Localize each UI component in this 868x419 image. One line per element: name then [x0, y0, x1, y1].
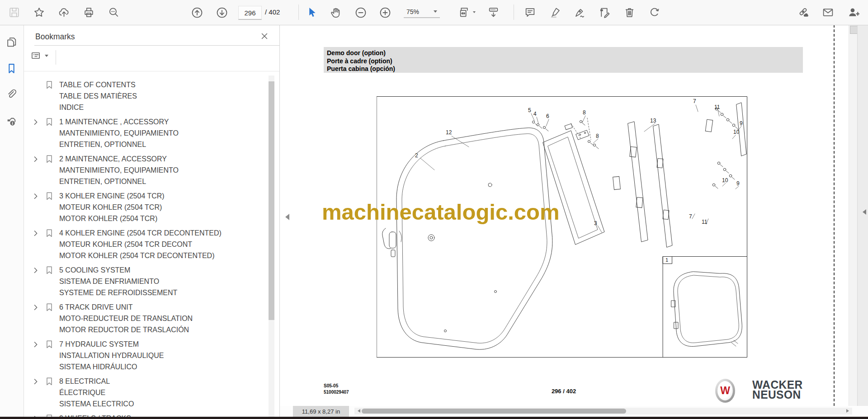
link-share-button[interactable]: [795, 4, 811, 21]
fit-width-button[interactable]: [456, 4, 472, 21]
comment-button[interactable]: [522, 4, 538, 21]
bookmark-line[interactable]: INSTALLATION HYDRAULIQUE: [59, 350, 164, 361]
chevron-right-icon[interactable]: [31, 303, 41, 314]
callout-number: 9: [740, 120, 743, 127]
bookmark-line[interactable]: MOTOR KOHLER (2504 TCR DECONTENTED): [59, 250, 222, 261]
page-number-input[interactable]: [238, 6, 262, 20]
bookmark-line[interactable]: MOTO-REDUCTEUR DE TRANSLATION: [59, 313, 193, 324]
bookmark-line[interactable]: 6 TRACK DRIVE UNIT: [59, 301, 193, 313]
chevron-right-icon[interactable]: [31, 266, 41, 277]
bookmark-line[interactable]: 4 KOHLER ENGINE (2504 TCR DECONTENTED): [59, 227, 222, 239]
bookmark-item-section-9[interactable]: 9 WHEELS / TRACKS: [24, 413, 269, 417]
chevron-right-icon[interactable]: [31, 229, 41, 240]
bookmarks-panel-button[interactable]: [0, 58, 23, 78]
print-button[interactable]: [80, 4, 97, 21]
bookmark-item-section-5[interactable]: 5 COOLING SYSTEM SISTEMA DE ENFRIAMIENTO…: [24, 264, 269, 298]
bookmark-line[interactable]: TABLE OF CONTENTS: [59, 79, 137, 90]
scroll-left-icon[interactable]: [356, 409, 360, 413]
chevron-right-icon[interactable]: [31, 377, 41, 388]
horizontal-scrollbar-thumb[interactable]: [362, 409, 626, 414]
document-viewport: Demo door (option) Porte à cadre (option…: [280, 25, 868, 406]
bookmark-line[interactable]: ENTRETIEN, OPTIONNEL: [59, 139, 179, 150]
save-button[interactable]: [6, 4, 23, 21]
previous-page-button[interactable]: [189, 4, 205, 21]
bookmark-line[interactable]: 8 ELECTRICAL: [59, 376, 134, 387]
zoom-level-select[interactable]: 75%: [404, 6, 440, 18]
bookmark-item-section-4[interactable]: 4 KOHLER ENGINE (2504 TCR DECONTENTED) M…: [24, 227, 269, 261]
paperclip-icon: [5, 88, 18, 100]
bookmark-item-section-7[interactable]: 7 HYDRAULIC SYSTEM INSTALLATION HYDRAULI…: [24, 339, 269, 372]
collapse-sidebar-icon[interactable]: [282, 214, 289, 220]
bookmark-item-section-2[interactable]: 2 MAINTENANCE, ACCESSORY MANTENIMIENTO, …: [24, 153, 269, 187]
scroll-right-icon[interactable]: [846, 409, 851, 413]
toolbar-divider: [514, 5, 514, 20]
bookmark-line[interactable]: 1 MAINTENANCE , ACCESSORY: [59, 116, 179, 127]
zoom-out-button[interactable]: [352, 4, 369, 21]
chevron-right-icon[interactable]: [31, 340, 41, 351]
page-size-indicator: 11,69 x 8,27 in: [293, 406, 349, 417]
right-panel-strip: [857, 25, 868, 406]
bookmark-line[interactable]: 2 MAINTENANCE, ACCESSORY: [59, 153, 179, 165]
bookmark-item-section-1[interactable]: 1 MAINTENANCE , ACCESSORY MANTENIMIENTO,…: [24, 116, 269, 150]
bookmark-line[interactable]: 3 KOHLER ENGINE (2504 TCR): [59, 190, 165, 202]
delete-button[interactable]: [621, 4, 638, 21]
bookmark-line[interactable]: 9 WHEELS / TRACKS: [59, 413, 131, 417]
bookmark-line[interactable]: MOTEUR KOHLER (2504 TCR DECONT: [59, 239, 222, 250]
bookmark-line[interactable]: MOTOR REDUCTOR DE TRASLACIÓN: [59, 324, 193, 335]
chevron-right-icon[interactable]: [31, 118, 41, 128]
save-icon: [8, 6, 20, 19]
chevron-right-icon[interactable]: [31, 414, 41, 417]
bookmark-line[interactable]: ÉLECTRIQUE: [59, 387, 134, 398]
chevron-right-icon[interactable]: [31, 155, 41, 165]
attachments-button[interactable]: [0, 84, 23, 104]
share-upload-button[interactable]: [56, 4, 72, 21]
vertical-scrollbar[interactable]: [849, 25, 858, 406]
chevron-right-icon[interactable]: [31, 192, 41, 202]
callout-number: 11: [714, 104, 720, 110]
bookmark-options-button[interactable]: [30, 50, 48, 61]
page-thumbnails-button[interactable]: [0, 32, 23, 52]
bookmark-line[interactable]: MOTOR KOHLER (2504 TCR): [59, 213, 165, 224]
bookmark-line[interactable]: INDICE: [59, 102, 137, 113]
sidebar-scrollbar-thumb[interactable]: [269, 81, 274, 320]
bookmark-item-section-3[interactable]: 3 KOHLER ENGINE (2504 TCR) MOTEUR KOHLER…: [24, 190, 269, 224]
bookmark-line[interactable]: SYSTEME DE REFROIDISSEMENT: [59, 287, 177, 298]
hand-tool-button[interactable]: [327, 4, 344, 21]
bookmark-line[interactable]: 5 COOLING SYSTEM: [59, 264, 177, 276]
highlight-button[interactable]: [547, 4, 564, 21]
add-people-button[interactable]: [845, 4, 862, 21]
sign-button[interactable]: [571, 4, 588, 21]
bookmark-line[interactable]: SISTEMA ELECTRICO: [59, 398, 134, 410]
horizontal-scrollbar[interactable]: [354, 408, 852, 414]
scrolling-mode-button[interactable]: [485, 4, 502, 21]
chevron-down-icon[interactable]: [473, 11, 476, 13]
bookmark-line[interactable]: MANTENIMIENTO, EQUIPAMIENTO: [59, 165, 179, 176]
fill-sign-button[interactable]: [596, 4, 613, 21]
bookmark-line[interactable]: TABLE DES MATIÈRES: [59, 90, 137, 102]
bookmark-line[interactable]: MOTEUR KOHLER (2504 TCR): [59, 202, 165, 213]
callout-number: 8: [583, 109, 586, 116]
bookmark-line[interactable]: MANTENIMIENTO, EQUIPAMIENTO: [59, 127, 179, 139]
bookmark-item-section-6[interactable]: 6 TRACK DRIVE UNIT MOTO-REDUCTEUR DE TRA…: [24, 301, 269, 335]
next-page-button[interactable]: [213, 4, 230, 21]
bookmark-line[interactable]: ENTRETIEN, OPTIONNEL: [59, 176, 179, 187]
rotate-button[interactable]: [646, 4, 663, 21]
expand-tools-icon[interactable]: [860, 209, 866, 215]
star-button[interactable]: [31, 4, 47, 21]
star-icon: [33, 6, 45, 19]
select-tool-button[interactable]: [303, 4, 320, 21]
page-down-icon: [216, 6, 228, 19]
close-panel-button[interactable]: [258, 30, 271, 42]
callout-number: 10: [722, 177, 728, 184]
bookmark-item-section-8[interactable]: 8 ELECTRICAL ÉLECTRIQUE SISTEMA ELECTRIC…: [24, 376, 269, 410]
find-button[interactable]: [105, 4, 122, 21]
model-info-button[interactable]: [0, 111, 23, 131]
email-button[interactable]: [820, 4, 836, 21]
bookmark-line[interactable]: SISTEMA HIDRÁULICO: [59, 361, 164, 372]
bookmark-icon: [44, 80, 56, 92]
bookmark-line[interactable]: SISTEMA DE ENFRIAMIENTO: [59, 276, 177, 287]
bookmark-line[interactable]: 7 HYDRAULIC SYSTEM: [59, 339, 164, 350]
vertical-scrollbar-thumb[interactable]: [850, 26, 858, 34]
zoom-in-button[interactable]: [377, 4, 393, 21]
bookmark-item-toc[interactable]: TABLE OF CONTENTS TABLE DES MATIÈRES IND…: [24, 79, 269, 113]
